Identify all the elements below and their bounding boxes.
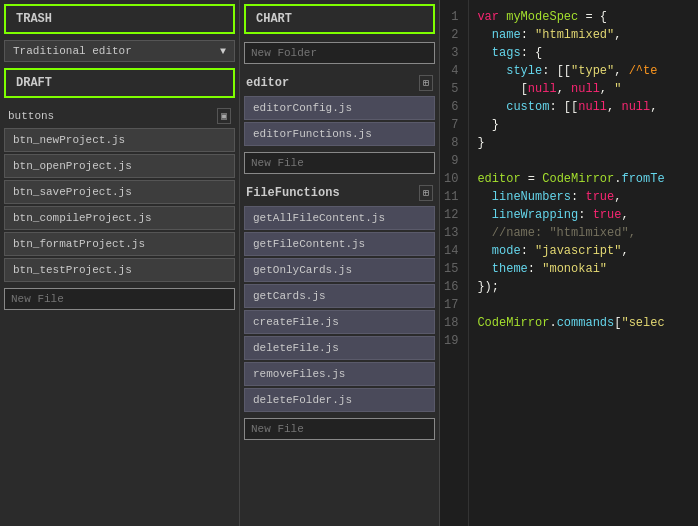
line-number: 18: [444, 314, 464, 332]
list-item[interactable]: btn_openProject.js: [4, 154, 235, 178]
list-item[interactable]: getAllFileContent.js: [244, 206, 435, 230]
line-number: 5: [444, 80, 464, 98]
line-number: 6: [444, 98, 464, 116]
left-panel: TRASH Traditional editor ▼ DRAFT buttons…: [0, 0, 240, 526]
line-number: 10: [444, 170, 464, 188]
list-item[interactable]: btn_saveProject.js: [4, 180, 235, 204]
buttons-section-toggle[interactable]: ▣: [217, 108, 231, 124]
list-item[interactable]: editorConfig.js: [244, 96, 435, 120]
list-item[interactable]: btn_compileProject.js: [4, 206, 235, 230]
line-number: 9: [444, 152, 464, 170]
line-number: 15: [444, 260, 464, 278]
line-number: 4: [444, 62, 464, 80]
list-item[interactable]: deleteFolder.js: [244, 388, 435, 412]
list-item[interactable]: getOnlyCards.js: [244, 258, 435, 282]
list-item[interactable]: btn_testProject.js: [4, 258, 235, 282]
traditional-editor-label: Traditional editor: [13, 45, 216, 57]
line-number: 7: [444, 116, 464, 134]
line-number: 12: [444, 206, 464, 224]
list-item[interactable]: btn_newProject.js: [4, 128, 235, 152]
line-number: 8: [444, 134, 464, 152]
editor-section-label: editor: [246, 76, 289, 90]
line-number: 14: [444, 242, 464, 260]
line-number: 2: [444, 26, 464, 44]
editor-section-header: editor ⊞: [244, 72, 435, 94]
filefunctions-new-file-input[interactable]: [244, 418, 435, 440]
list-item[interactable]: getCards.js: [244, 284, 435, 308]
buttons-section-label: buttons: [8, 110, 54, 122]
line-number: 19: [444, 332, 464, 350]
draft-header[interactable]: DRAFT: [4, 68, 235, 98]
list-item[interactable]: getFileContent.js: [244, 232, 435, 256]
dropdown-arrow-icon[interactable]: ▼: [220, 46, 226, 57]
list-item[interactable]: deleteFile.js: [244, 336, 435, 360]
line-number: 3: [444, 44, 464, 62]
middle-panel: CHART editor ⊞ editorConfig.js editorFun…: [240, 0, 440, 526]
line-number: 17: [444, 296, 464, 314]
editor-new-file-input[interactable]: [244, 152, 435, 174]
line-number: 1: [444, 8, 464, 26]
line-number: 16: [444, 278, 464, 296]
list-item[interactable]: editorFunctions.js: [244, 122, 435, 146]
filefunctions-section-label: FileFunctions: [246, 186, 340, 200]
filefunctions-section-icon[interactable]: ⊞: [419, 185, 433, 201]
list-item[interactable]: createFile.js: [244, 310, 435, 334]
filefunctions-section-header: FileFunctions ⊞: [244, 182, 435, 204]
chart-header[interactable]: CHART: [244, 4, 435, 34]
left-files-list: btn_newProject.js btn_openProject.js btn…: [4, 128, 235, 310]
list-item[interactable]: removeFiles.js: [244, 362, 435, 386]
traditional-editor-row[interactable]: Traditional editor ▼: [4, 40, 235, 62]
left-new-file-input[interactable]: [4, 288, 235, 310]
line-numbers: 1 2 3 4 5 6 7 8 9 10 11 12 13 14 15 16 1…: [440, 0, 469, 526]
buttons-label-row: buttons ▣: [4, 106, 235, 126]
trash-header[interactable]: TRASH: [4, 4, 235, 34]
buttons-section: buttons ▣ btn_newProject.js btn_openProj…: [4, 106, 235, 310]
new-folder-input[interactable]: [244, 42, 435, 64]
code-panel: 1 2 3 4 5 6 7 8 9 10 11 12 13 14 15 16 1…: [440, 0, 698, 526]
line-number: 13: [444, 224, 464, 242]
editor-section-icon[interactable]: ⊞: [419, 75, 433, 91]
filefunctions-section: FileFunctions ⊞ getAllFileContent.js get…: [244, 182, 435, 440]
editor-section: editor ⊞ editorConfig.js editorFunctions…: [244, 72, 435, 174]
line-number: 11: [444, 188, 464, 206]
code-editor[interactable]: var myModeSpec = { name: "htmlmixed", ta…: [469, 0, 698, 526]
list-item[interactable]: btn_formatProject.js: [4, 232, 235, 256]
